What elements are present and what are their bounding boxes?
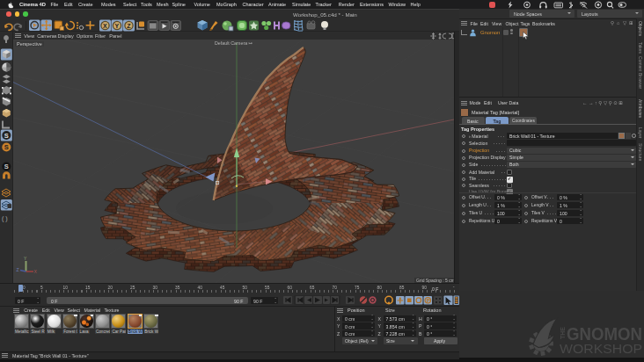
svg-text:Z: Z	[127, 23, 131, 29]
svg-text:X: X	[103, 23, 107, 29]
svg-text:S: S	[4, 143, 9, 151]
svg-text:THE: THE	[559, 326, 567, 339]
svg-text:Y: Y	[115, 23, 120, 29]
svg-text:S: S	[4, 163, 9, 170]
svg-text:( ): ( )	[2, 215, 8, 222]
svg-text:WORKSHOP: WORKSHOP	[560, 342, 642, 356]
svg-text:GNOMON: GNOMON	[567, 323, 642, 344]
svg-text:P: P	[427, 298, 430, 303]
svg-text:Z: Z	[17, 267, 19, 272]
svg-text:S: S	[4, 132, 9, 140]
